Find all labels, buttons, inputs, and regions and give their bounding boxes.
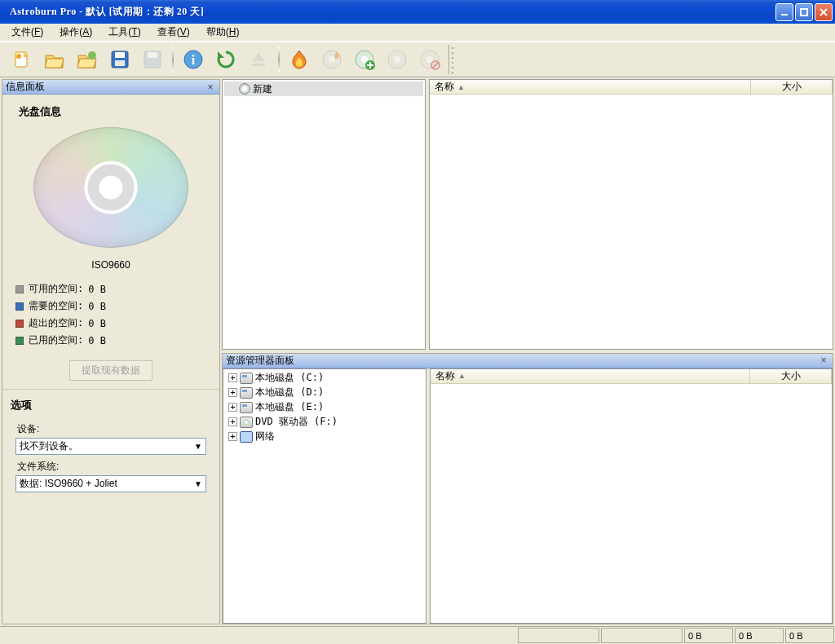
tree-row[interactable]: +本地磁盘 (E:)	[225, 400, 424, 415]
explorer-file-list[interactable]: 名称▲ 大小	[430, 368, 833, 624]
dvd-drive-icon	[240, 417, 253, 428]
maximize-button[interactable]	[795, 3, 813, 21]
col-name[interactable]: 名称▲	[430, 80, 751, 94]
disc-info-heading: 光盘信息	[11, 99, 211, 127]
svg-text:i: i	[192, 53, 196, 67]
save-icon[interactable]	[106, 46, 134, 73]
status-cell	[518, 628, 599, 643]
tree-label: 本地磁盘 (E:)	[255, 400, 324, 414]
compilation-tree[interactable]: 新建	[222, 79, 426, 350]
extract-data-button: 提取现有数据	[69, 360, 152, 381]
drive-icon	[240, 402, 253, 413]
disc-cancel-icon[interactable]	[416, 46, 444, 73]
filesystem-label: 文件系统:	[17, 460, 211, 474]
expand-icon[interactable]: +	[228, 388, 237, 397]
tree-row[interactable]: +本地磁盘 (D:)	[225, 386, 424, 400]
minimize-button[interactable]	[775, 3, 793, 21]
legend-swatch	[15, 320, 24, 328]
close-icon[interactable]: ×	[818, 355, 829, 366]
disc-graphic	[33, 127, 188, 248]
expand-icon[interactable]: +	[228, 403, 237, 412]
title-bar: Astroburn Pro - 默认 [试用期：还剩 20 天]	[0, 0, 835, 24]
disc-icon	[239, 83, 250, 95]
info-panel-title: 信息面板	[6, 80, 45, 94]
chevron-down-icon: ▼	[194, 479, 202, 488]
svg-point-6	[88, 51, 96, 60]
sort-asc-icon: ▲	[457, 83, 465, 91]
options-heading: 选项	[11, 398, 211, 417]
iso-format-label: ISO9660	[91, 259, 130, 271]
tree-label: 本地磁盘 (D:)	[255, 386, 324, 399]
legend-label: 可用的空间:	[29, 282, 83, 296]
close-icon[interactable]: ×	[205, 82, 216, 93]
tree-row[interactable]: 新建	[224, 82, 423, 96]
eject-icon[interactable]	[245, 46, 272, 73]
list-header: 名称▲ 大小	[430, 80, 833, 95]
status-free: 0 B	[684, 628, 733, 643]
col-size[interactable]: 大小	[751, 80, 833, 94]
menu-file[interactable]: 文件(F)	[3, 24, 51, 41]
status-used: 0 B	[785, 628, 834, 643]
svg-rect-3	[801, 9, 807, 15]
device-combo[interactable]: 找不到设备。▼	[15, 438, 206, 455]
toolbar: i	[0, 42, 835, 77]
legend-value: 0 B	[88, 335, 106, 346]
open-recent-icon[interactable]	[73, 46, 101, 73]
expand-icon[interactable]: +	[228, 417, 237, 426]
status-cell	[601, 628, 683, 643]
svg-rect-11	[148, 52, 157, 58]
menu-view[interactable]: 查看(V)	[149, 24, 198, 41]
explorer-tree[interactable]: +本地磁盘 (C:)+本地磁盘 (D:)+本地磁盘 (E:)+DVD 驱动器 (…	[223, 368, 426, 624]
legend-row: 超出的空间: 0 B	[11, 315, 211, 332]
legend-swatch	[15, 337, 24, 345]
legend-value: 0 B	[88, 318, 106, 329]
network-icon	[240, 431, 253, 443]
expand-icon[interactable]: +	[228, 432, 237, 441]
open-icon[interactable]	[41, 46, 68, 73]
sort-asc-icon: ▲	[458, 372, 466, 380]
tree-row[interactable]: +本地磁盘 (C:)	[225, 371, 424, 386]
menu-help[interactable]: 帮助(H)	[198, 24, 248, 41]
svg-point-5	[16, 54, 21, 59]
tree-row[interactable]: +DVD 驱动器 (F:)	[225, 415, 424, 430]
disc-options-icon[interactable]	[383, 46, 411, 73]
add-to-disc-icon[interactable]	[351, 46, 378, 73]
legend-value: 0 B	[88, 301, 106, 312]
expand-icon[interactable]: +	[228, 373, 237, 382]
refresh-icon[interactable]	[212, 46, 240, 73]
close-button[interactable]	[815, 3, 833, 21]
tree-label: 网络	[255, 430, 275, 443]
info-panel: 信息面板 × 光盘信息 ISO9660 可用的空间: 0 B需要的空间: 0 B…	[2, 79, 220, 624]
svg-rect-8	[115, 52, 125, 58]
svg-rect-9	[115, 60, 125, 66]
status-bar: 0 B 0 B 0 B	[0, 626, 835, 644]
drive-icon	[240, 387, 253, 399]
list-header: 名称▲ 大小	[431, 369, 832, 384]
info-icon[interactable]: i	[179, 46, 207, 73]
svg-point-16	[329, 56, 335, 63]
legend-swatch	[15, 302, 24, 311]
toolbar-grip[interactable]	[448, 45, 455, 74]
legend-row: 可用的空间: 0 B	[11, 280, 211, 298]
tree-label: DVD 驱动器 (F:)	[255, 415, 338, 429]
col-size[interactable]: 大小	[750, 369, 832, 383]
legend-value: 0 B	[88, 284, 106, 295]
filesystem-combo[interactable]: 数据: ISO9660 + Joliet▼	[15, 475, 206, 492]
tree-row[interactable]: +网络	[225, 430, 424, 444]
burn-image-icon[interactable]	[318, 46, 346, 73]
window-title: Astroburn Pro - 默认 [试用期：还剩 20 天]	[10, 5, 775, 19]
legend-label: 超出的空间:	[29, 316, 83, 330]
compilation-file-list[interactable]: 名称▲ 大小	[429, 79, 833, 350]
device-label: 设备:	[17, 422, 211, 436]
tree-label: 本地磁盘 (C:)	[255, 371, 324, 385]
menu-tools[interactable]: 工具(T)	[100, 24, 148, 41]
legend-row: 需要的空间: 0 B	[11, 298, 211, 315]
drive-icon	[240, 373, 253, 384]
burn-icon[interactable]	[285, 46, 313, 73]
col-name[interactable]: 名称▲	[431, 369, 750, 383]
menu-operations[interactable]: 操作(A)	[51, 24, 100, 41]
legend-label: 已用的空间:	[29, 333, 83, 347]
new-project-icon[interactable]	[8, 46, 36, 73]
legend-label: 需要的空间:	[29, 299, 83, 313]
save-as-icon[interactable]	[139, 46, 166, 73]
